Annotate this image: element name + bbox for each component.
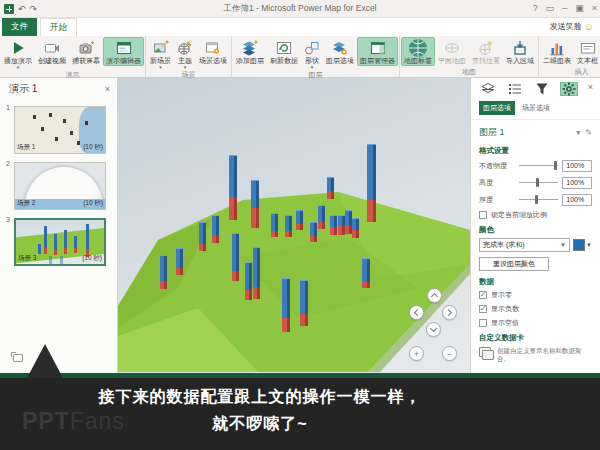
slider-高度[interactable] — [519, 178, 559, 187]
layers-icon[interactable] — [479, 82, 497, 96]
slider-row-高度: 高度 100% — [471, 174, 600, 191]
slider-value-input[interactable]: 100% — [562, 194, 592, 206]
color-field-value: 完成率 (求和) — [483, 240, 525, 250]
caption-line-1: 接下来的数据配置跟上文的操作一模一样， — [0, 384, 520, 410]
ribbon-display-options-button[interactable]: ▭ — [546, 2, 555, 14]
color-swatch[interactable] — [573, 239, 585, 251]
ribbon-button-地图标签[interactable]: 地图标签 — [401, 37, 435, 66]
scene-thumbnail-image[interactable]: 场景 1 (10 秒) — [14, 106, 106, 154]
layer-name[interactable]: 图层 1 — [479, 126, 505, 139]
layer-manager-icon — [370, 39, 386, 57]
reset-layer-colors-button[interactable]: 重设图层颜色 — [479, 257, 549, 271]
field-list-icon[interactable] — [506, 82, 524, 96]
lock-scale-checkbox[interactable] — [479, 211, 487, 219]
scene-name: 场景 1 — [17, 143, 35, 152]
filter-icon[interactable] — [533, 82, 551, 96]
checkbox-row-显示空值[interactable]: 显示空值 — [471, 316, 600, 330]
ribbon-button-播放演示[interactable]: 播放演示▾ — [1, 37, 35, 70]
checkbox-row-显示负数[interactable]: ✓ 显示负数 — [471, 302, 600, 316]
color-field-dropdown[interactable]: 完成率 (求和) ▼ — [479, 238, 570, 252]
ribbon-button-图层管理器[interactable]: 图层管理器 — [357, 37, 398, 66]
scene-thumbnail-3[interactable]: 3 场景 3 (10 秒) — [6, 216, 112, 270]
new-scene-shortcut-icon[interactable] — [13, 354, 23, 362]
data-column — [310, 222, 317, 242]
find-location-icon — [478, 39, 494, 57]
pan-up-button[interactable] — [427, 288, 442, 303]
pan-left-button[interactable] — [409, 305, 424, 320]
rename-layer-icon[interactable]: ✎ — [585, 128, 592, 137]
slider-row-厚度: 厚度 100% — [471, 191, 600, 208]
ribbon-button-文本框[interactable]: 文本框 — [574, 37, 600, 66]
tab-file[interactable]: 文件 — [2, 18, 37, 36]
scene-thumbnail-1[interactable]: 1 场景 1 (10 秒) — [6, 104, 112, 158]
help-button[interactable]: ? — [533, 2, 538, 14]
chevron-down-icon: ▼ — [560, 242, 566, 248]
checkbox[interactable]: ✓ — [479, 305, 487, 313]
minimize-button[interactable]: – — [562, 2, 567, 14]
smiley-icon: ☺ — [584, 22, 594, 32]
ribbon-button-创建视频[interactable]: 创建视频 — [35, 37, 69, 66]
ribbon-button-形状[interactable]: 形状▾ — [301, 37, 323, 70]
slider-value-input[interactable]: 100% — [562, 160, 592, 172]
close-button[interactable]: × — [592, 2, 597, 14]
zoom-in-button[interactable]: + — [409, 346, 424, 361]
textbox-icon — [580, 39, 596, 57]
restore-button[interactable]: ▣ — [575, 2, 584, 14]
ribbon-button-刷新数据[interactable]: 刷新数据 — [267, 37, 301, 66]
close-icon[interactable]: × — [588, 82, 593, 92]
tab-layer-options[interactable]: 图层选项 — [479, 101, 515, 115]
ribbon-button-图层选项[interactable]: 图层选项 — [323, 37, 357, 66]
settings-icon[interactable] — [560, 82, 578, 96]
checkbox[interactable] — [479, 319, 487, 327]
ribbon-tab-row: 文件 开始 发送笑脸 ☺ — [0, 18, 600, 36]
slider-厚度[interactable] — [519, 195, 559, 204]
layer-options-icon — [332, 39, 348, 57]
scene-thumbnail-2[interactable]: 2 场景 2 (10 秒) — [6, 160, 112, 214]
ribbon-button-演示编辑器[interactable]: 演示编辑器 — [103, 37, 144, 66]
ribbon-button-label: 图层管理器 — [360, 57, 395, 65]
lock-scale-checkbox-row[interactable]: 锁定当前缩放比例 — [471, 208, 600, 222]
tour-title: 演示 1 — [9, 82, 37, 96]
ribbon-button-label: 文本框 — [577, 57, 598, 65]
color-swatch-picker[interactable]: ▼ — [573, 239, 592, 251]
checkbox-row-显示零[interactable]: ✓ 显示零 — [471, 288, 600, 302]
checkbox[interactable]: ✓ — [479, 291, 487, 299]
data-column — [345, 210, 352, 234]
map-viewport[interactable]: +− — [118, 78, 470, 373]
tab-home[interactable]: 开始 — [40, 18, 77, 36]
ribbon-button-导入区域[interactable]: 导入区域 — [503, 37, 537, 66]
scene-thumbnail-image[interactable]: 场景 2 (10 秒) — [14, 162, 106, 210]
scene-thumbnail-image[interactable]: 场景 3 (10 秒) — [14, 218, 106, 266]
ribbon-button-label: 查找位置 — [472, 57, 500, 65]
ribbon-button-主题[interactable]: 主题▾ — [174, 37, 196, 70]
send-smile-button[interactable]: 发送笑脸 ☺ — [550, 21, 594, 32]
data-column — [296, 210, 303, 230]
tour-editor-icon — [116, 39, 132, 57]
ribbon-button-场景选项[interactable]: 场景选项 — [196, 37, 230, 66]
ribbon-button-查找位置[interactable]: 查找位置 — [469, 37, 503, 66]
close-icon[interactable]: × — [105, 84, 110, 94]
ribbon-group-场景: 新场景▾主题▾场景选项场景 — [146, 36, 232, 77]
ribbon-button-捕获屏幕[interactable]: 捕获屏幕 — [69, 37, 103, 66]
ribbon-button-二维图表[interactable]: 二维图表 — [540, 37, 574, 66]
window-title: 工作簿1 - Microsoft Power Map for Excel — [0, 3, 600, 15]
custom-data-card-link[interactable]: 创建自定义显示名称和数据聚合。 — [471, 344, 600, 366]
scene-number: 3 — [6, 216, 10, 223]
chevron-down-icon[interactable]: ▾ — [576, 128, 580, 137]
ribbon-button-label: 场景选项 — [199, 57, 227, 65]
ribbon-button-新场景[interactable]: 新场景▾ — [147, 37, 174, 70]
tab-scene-options[interactable]: 场景选项 — [520, 101, 552, 115]
import-regions-icon — [512, 39, 528, 57]
caption-bar: 接下来的数据配置跟上文的操作一模一样， 就不啰嗦了~ PPTFans — [0, 378, 600, 450]
slider-不透明度[interactable] — [519, 161, 559, 170]
data-column — [300, 280, 308, 326]
ribbon-button-平面地图[interactable]: 平面地图 — [435, 37, 469, 66]
pan-down-button[interactable] — [426, 322, 441, 337]
data-column — [367, 144, 376, 222]
chevron-down-icon: ▾ — [311, 65, 314, 69]
pan-right-button[interactable] — [442, 305, 457, 320]
slider-value-input[interactable]: 100% — [562, 177, 592, 189]
ribbon-button-添加图层[interactable]: 添加图层 — [233, 37, 267, 66]
scene-options-icon — [205, 39, 221, 57]
zoom-out-button[interactable]: − — [442, 346, 457, 361]
